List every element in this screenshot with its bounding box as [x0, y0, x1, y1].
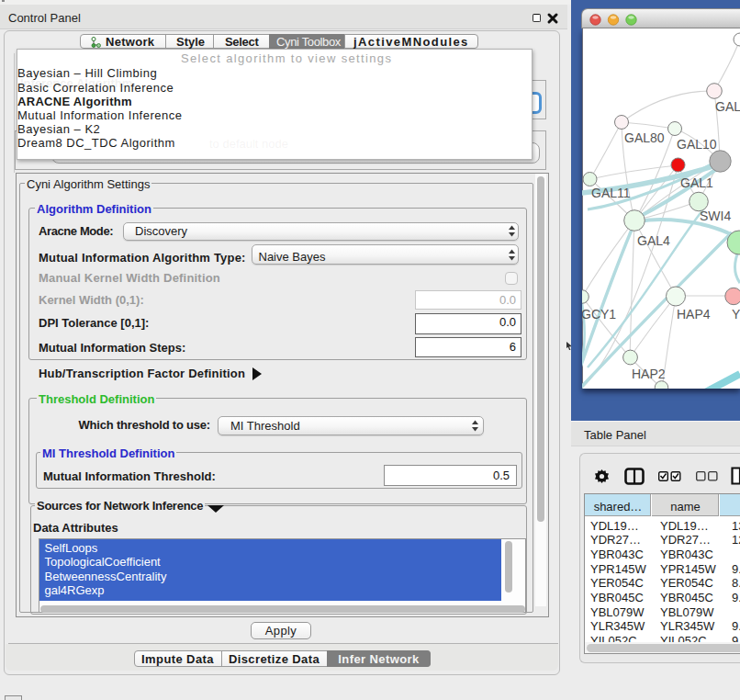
svg-text:GAL11: GAL11 [591, 186, 631, 200]
svg-text:HAP2: HAP2 [632, 367, 666, 381]
svg-text:HAP4: HAP4 [677, 307, 711, 322]
svg-text:GAL7: GAL7 [715, 99, 740, 114]
svg-text:GAL10: GAL10 [677, 137, 717, 152]
svg-text:GCY1: GCY1 [582, 307, 616, 322]
svg-text:GAL1: GAL1 [680, 175, 713, 190]
svg-text:SWI4: SWI4 [700, 209, 731, 223]
svg-text:GAL80: GAL80 [624, 130, 665, 145]
svg-text:YJ: YJ [732, 307, 740, 322]
svg-text:GAL4: GAL4 [637, 233, 670, 248]
